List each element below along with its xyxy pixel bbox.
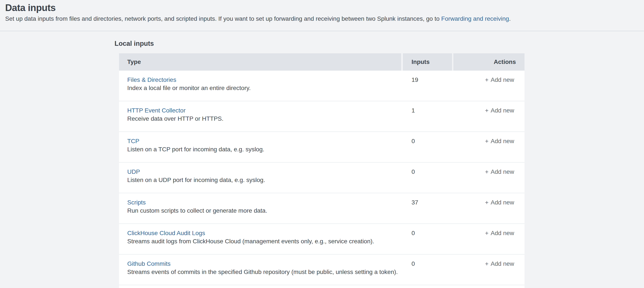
page-header: Data inputs Set up data inputs from file… xyxy=(0,0,644,31)
inputs-count-cell: 1 xyxy=(403,101,452,131)
inputs-count-cell: 19 xyxy=(403,71,452,101)
type-cell: HTTP Event Collector Receive data over H… xyxy=(119,101,401,131)
add-new-link[interactable]: +Add new xyxy=(485,168,514,176)
plus-icon: + xyxy=(485,138,488,144)
local-inputs-table: Type Inputs Actions Files & Directories … xyxy=(119,53,524,288)
plus-icon: + xyxy=(485,107,488,114)
type-cell: Scripts Run custom scripts to collect or… xyxy=(119,193,401,223)
add-new-link[interactable]: +Add new xyxy=(485,260,514,268)
input-description: Streams events of commits in the specifi… xyxy=(127,268,401,276)
input-type-link[interactable]: ClickHouse Cloud Audit Logs xyxy=(127,229,205,237)
inputs-count-cell: 0 xyxy=(403,224,452,254)
input-description: Run custom scripts to collect or generat… xyxy=(127,207,401,215)
add-new-label: Add new xyxy=(491,168,514,175)
actions-cell: +Add new xyxy=(453,132,524,162)
next-row-stub xyxy=(119,285,524,288)
add-new-label: Add new xyxy=(491,107,514,114)
inputs-count: 0 xyxy=(412,138,415,144)
column-header-actions: Actions xyxy=(453,53,524,71)
column-header-inputs: Inputs xyxy=(403,53,452,71)
inputs-count: 1 xyxy=(412,107,415,114)
add-new-link[interactable]: +Add new xyxy=(485,107,514,114)
table-row: TCP Listen on a TCP port for incoming da… xyxy=(119,132,524,163)
input-description: Listen on a TCP port for incoming data, … xyxy=(127,146,401,153)
add-new-label: Add new xyxy=(491,230,514,236)
plus-icon: + xyxy=(485,168,488,175)
page-title: Data inputs xyxy=(5,0,639,13)
add-new-label: Add new xyxy=(491,76,514,83)
input-description: Receive data over HTTP or HTTPS. xyxy=(127,115,401,123)
plus-icon: + xyxy=(485,199,488,206)
actions-cell: +Add new xyxy=(453,71,524,101)
type-cell: TCP Listen on a TCP port for incoming da… xyxy=(119,132,401,162)
input-type-link[interactable]: Files & Directories xyxy=(127,76,176,84)
forwarding-and-receiving-link[interactable]: Forwarding and receiving xyxy=(441,15,509,22)
type-cell: Github Commits Streams events of commits… xyxy=(119,254,401,285)
plus-icon: + xyxy=(485,260,488,267)
inputs-count: 0 xyxy=(412,230,415,236)
table-row: UDP Listen on a UDP port for incoming da… xyxy=(119,163,524,193)
main-content: Local inputs Type Inputs Actions Files &… xyxy=(0,40,644,288)
inputs-count-cell: 0 xyxy=(403,254,452,285)
inputs-count-cell: 0 xyxy=(403,132,452,162)
table-row: ClickHouse Cloud Audit Logs Streams audi… xyxy=(119,224,524,254)
input-description: Streams audit logs from ClickHouse Cloud… xyxy=(127,237,401,245)
type-cell: Files & Directories Index a local file o… xyxy=(119,71,401,101)
inputs-count-cell: 37 xyxy=(403,193,452,223)
add-new-link[interactable]: +Add new xyxy=(485,199,514,206)
inputs-count-cell: 0 xyxy=(403,163,452,193)
input-description: Listen on a UDP port for incoming data, … xyxy=(127,176,401,184)
add-new-label: Add new xyxy=(491,138,514,144)
type-cell: UDP Listen on a UDP port for incoming da… xyxy=(119,163,401,193)
input-type-link[interactable]: UDP xyxy=(127,168,140,176)
actions-cell: +Add new xyxy=(453,224,524,254)
inputs-count: 19 xyxy=(412,76,418,83)
page-subtitle-period: . xyxy=(509,15,511,22)
actions-cell: +Add new xyxy=(453,163,524,193)
table-row: Scripts Run custom scripts to collect or… xyxy=(119,193,524,224)
table-row: Files & Directories Index a local file o… xyxy=(119,71,524,101)
add-new-label: Add new xyxy=(491,199,514,206)
actions-cell: +Add new xyxy=(453,193,524,223)
inputs-count: 0 xyxy=(412,260,415,267)
page-subtitle-text: Set up data inputs from files and direct… xyxy=(5,15,441,22)
input-type-link[interactable]: HTTP Event Collector xyxy=(127,107,186,114)
inputs-count: 37 xyxy=(412,199,418,206)
actions-cell: +Add new xyxy=(453,101,524,131)
page-subtitle: Set up data inputs from files and direct… xyxy=(5,15,639,23)
input-type-link[interactable]: Scripts xyxy=(127,199,146,206)
add-new-link[interactable]: +Add new xyxy=(485,229,514,237)
input-type-link[interactable]: Github Commits xyxy=(127,260,170,268)
table-row: Github Commits Streams events of commits… xyxy=(119,254,524,285)
table-row: HTTP Event Collector Receive data over H… xyxy=(119,101,524,132)
column-header-type: Type xyxy=(119,53,401,71)
input-type-link[interactable]: TCP xyxy=(127,137,139,145)
actions-cell: +Add new xyxy=(453,254,524,285)
section-heading-local-inputs: Local inputs xyxy=(114,40,644,48)
add-new-link[interactable]: +Add new xyxy=(485,137,514,145)
type-cell: ClickHouse Cloud Audit Logs Streams audi… xyxy=(119,224,401,254)
table-body: Files & Directories Index a local file o… xyxy=(119,71,524,285)
input-description: Index a local file or monitor an entire … xyxy=(127,84,401,92)
add-new-link[interactable]: +Add new xyxy=(485,76,514,84)
plus-icon: + xyxy=(485,76,488,83)
inputs-count: 0 xyxy=(412,168,415,175)
add-new-label: Add new xyxy=(491,260,514,267)
table-header-row: Type Inputs Actions xyxy=(119,53,524,71)
plus-icon: + xyxy=(485,230,488,236)
